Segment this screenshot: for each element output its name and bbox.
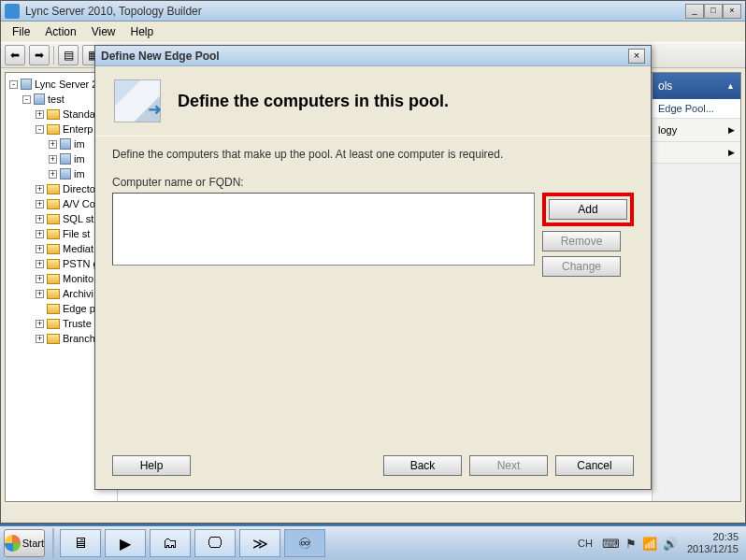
- tree-site-label: test: [48, 93, 65, 105]
- tree-item-label: PSTN g: [63, 258, 99, 269]
- chevron-right-icon: ▶: [728, 125, 735, 135]
- network-icon[interactable]: 📶: [642, 537, 657, 551]
- computer-listbox[interactable]: [112, 193, 535, 266]
- systray: CH ⌨ ⚑ 📶 🔊 20:35 2013/12/15: [570, 526, 746, 560]
- action-new-edge-pool[interactable]: Edge Pool...: [653, 99, 740, 119]
- add-button[interactable]: Add: [549, 199, 627, 220]
- tree-item-label: Edge p: [63, 303, 95, 314]
- task-topology-builder-icon[interactable]: ♾: [284, 529, 325, 557]
- menu-action[interactable]: Action: [37, 23, 83, 40]
- tree-subitem-label: im: [74, 153, 85, 165]
- help-button[interactable]: Help: [112, 455, 191, 476]
- task-shell-icon[interactable]: ≫: [239, 529, 280, 557]
- tree-item-label: Archivi: [63, 288, 93, 299]
- actions-header-label: ols: [658, 79, 672, 93]
- wizard-icon: [114, 79, 161, 122]
- task-monitor-icon[interactable]: 🖵: [194, 529, 236, 557]
- menubar: File Action View Help: [1, 22, 745, 42]
- separator: [52, 528, 54, 558]
- menu-view[interactable]: View: [84, 23, 123, 40]
- separator: [53, 46, 54, 65]
- windows-orb-icon: [5, 535, 21, 552]
- chevron-right-icon: ▶: [728, 148, 735, 157]
- clock-date: 2013/12/15: [687, 543, 739, 554]
- list-label: Computer name or FQDN:: [112, 176, 634, 189]
- instruction-text: Define the computers that make up the po…: [112, 148, 634, 161]
- tree-subitem-label: im: [74, 138, 85, 150]
- app-icon: [5, 4, 20, 19]
- change-button[interactable]: Change: [542, 256, 621, 277]
- taskbar: Start 🖥 ▶ 🗂 🖵 ≫ ♾ CH ⌨ ⚑ 📶 🔊 20:35 2013/…: [0, 525, 746, 560]
- action-blank[interactable]: ▶: [653, 142, 740, 164]
- start-button[interactable]: Start: [4, 529, 45, 557]
- tree-item-label: Mediat: [63, 243, 93, 254]
- titlebar: Lync Server 2010, Topology Builder _ □ ×: [1, 1, 745, 22]
- close-button[interactable]: ×: [723, 4, 741, 19]
- dialog-heading: Define the computers in this pool.: [178, 92, 449, 111]
- cancel-button[interactable]: Cancel: [555, 455, 634, 476]
- dialog-footer: Help Back Next Cancel: [95, 455, 651, 476]
- menu-file[interactable]: File: [5, 23, 37, 40]
- remove-button[interactable]: Remove: [542, 231, 621, 251]
- status-bar: [1, 506, 745, 523]
- actions-panel: ols▲ Edge Pool... logy▶ ▶: [652, 73, 740, 501]
- menu-help[interactable]: Help: [123, 23, 162, 40]
- tree-root-label: Lync Server 20: [35, 79, 104, 90]
- clock-time: 20:35: [712, 531, 739, 542]
- dialog-close-button[interactable]: ×: [628, 49, 645, 64]
- action-label: Edge Pool...: [658, 103, 714, 114]
- tree-item-label: Branch: [63, 333, 95, 344]
- tool-back-icon[interactable]: ⬅: [5, 45, 25, 65]
- tree-item-label: A/V Co: [63, 198, 95, 209]
- task-powershell-icon[interactable]: ▶: [105, 529, 146, 557]
- flag-icon[interactable]: ⚑: [625, 537, 637, 551]
- tree-item-label: SQL st: [63, 213, 93, 224]
- tree-item-label: File st: [63, 228, 90, 239]
- ime-indicator[interactable]: CH: [578, 538, 593, 549]
- task-servermanager-icon[interactable]: 🖥: [60, 529, 101, 557]
- action-sub-label: logy: [658, 124, 677, 136]
- tree-item-label: Standa: [63, 108, 95, 120]
- collapse-icon[interactable]: ▲: [726, 81, 735, 91]
- tool-notes-icon[interactable]: ▤: [58, 45, 79, 65]
- actions-header: ols▲: [653, 73, 740, 99]
- window-title: Lync Server 2010, Topology Builder: [25, 5, 685, 18]
- back-button[interactable]: Back: [383, 455, 462, 476]
- tree-item-label: Directo: [63, 183, 95, 194]
- tree-item-label: Truste: [63, 318, 92, 329]
- tree-item-label: Monito: [63, 273, 93, 284]
- task-explorer-icon[interactable]: 🗂: [150, 529, 191, 557]
- tree-item-label: Enterp: [63, 123, 93, 135]
- dialog-title: Define New Edge Pool: [101, 50, 628, 63]
- next-button[interactable]: Next: [469, 455, 548, 476]
- clock[interactable]: 20:35 2013/12/15: [687, 531, 739, 555]
- speaker-icon[interactable]: 🔊: [663, 537, 678, 551]
- add-highlight: Add: [542, 193, 634, 226]
- tree-subitem-label: im: [74, 168, 85, 179]
- define-edge-pool-dialog: Define New Edge Pool × Define the comput…: [94, 45, 652, 490]
- dialog-header: Define the computers in this pool.: [95, 66, 651, 136]
- action-topology[interactable]: logy▶: [653, 119, 740, 142]
- keyboard-icon[interactable]: ⌨: [602, 537, 620, 551]
- maximize-button[interactable]: □: [704, 4, 723, 19]
- start-label: Start: [22, 538, 44, 549]
- tool-forward-icon[interactable]: ➡: [29, 45, 50, 65]
- dialog-body: Define the computers that make up the po…: [95, 136, 651, 286]
- minimize-button[interactable]: _: [685, 4, 704, 19]
- dialog-titlebar: Define New Edge Pool ×: [95, 46, 651, 66]
